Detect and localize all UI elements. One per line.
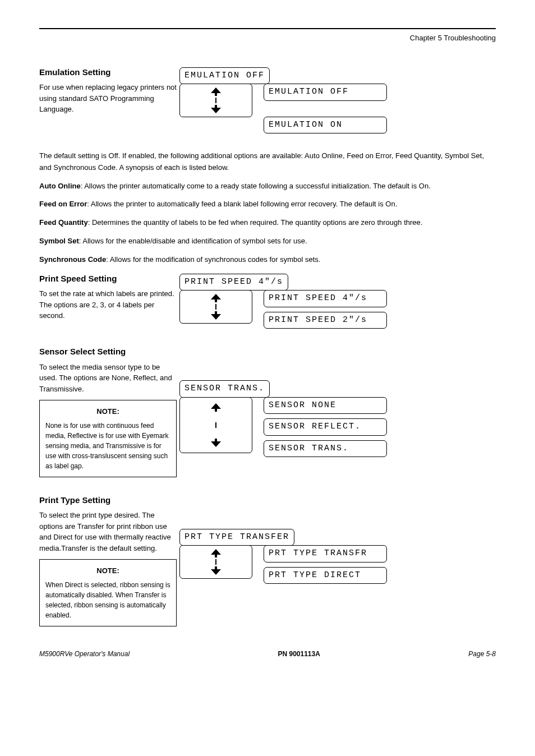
print-speed-title: Print Speed Setting <box>39 273 179 285</box>
vbar-icon <box>215 304 216 310</box>
lcd-emulation-on: EMULATION ON <box>264 117 387 134</box>
sync-label: Synchronous Code <box>39 255 106 264</box>
footer: M5900RVe Operator's Manual PN 9001113A P… <box>39 649 496 659</box>
lcd-printspeed-main: PRINT SPEED 4"/s <box>179 274 288 291</box>
feed-error-text: Allows the printer to automatically feed… <box>91 200 398 208</box>
section-sensor: Sensor Select Setting To select the medi… <box>39 345 496 477</box>
symbol-text: Allows for the enable/disable and identi… <box>82 237 307 245</box>
emulation-desc: For use when replacing legacy printers n… <box>39 82 179 115</box>
print-speed-desc: To set the rate at which labels are prin… <box>39 288 179 321</box>
arrow-panel <box>179 545 252 579</box>
chapter-title: Chapter 5 Troubleshooting <box>39 33 496 44</box>
lcd-prttype-main: PRT TYPE TRANSFER <box>179 529 294 546</box>
emulation-feed-error: Feed on Error: Allows the printer to aut… <box>39 199 496 210</box>
footer-left: M5900RVe Operator's Manual <box>39 649 130 659</box>
arrow-down-icon <box>211 569 221 575</box>
feed-error-label: Feed on Error <box>39 200 87 208</box>
arrow-panel <box>179 397 252 453</box>
print-type-note-text: When Direct is selected, ribbon sensing … <box>45 580 170 620</box>
lcd-prttype-transfer: PRT TYPE TRANSFR <box>264 545 387 563</box>
emulation-sync: Synchronous Code: Allows for the modific… <box>39 254 496 266</box>
symbol-label: Symbol Set <box>39 237 79 245</box>
footer-pn: PN 9001113A <box>278 649 320 659</box>
lcd-sensor-main: SENSOR TRANS. <box>179 380 270 398</box>
print-type-title: Print Type Setting <box>39 494 179 507</box>
arrow-up-icon <box>211 549 221 555</box>
vbar-icon <box>215 559 216 565</box>
lcd-prttype-direct: PRT TYPE DIRECT <box>264 567 387 584</box>
auto-online-text: Allows the printer automatically come to… <box>84 182 431 190</box>
vbar-icon <box>215 422 216 428</box>
sensor-title: Sensor Select Setting <box>39 345 179 358</box>
sync-text: Allows for the modification of synchrono… <box>110 255 321 264</box>
arrow-down-icon <box>211 441 221 447</box>
arrow-up-icon <box>211 403 221 409</box>
lcd-emulation-main: EMULATION OFF <box>179 67 270 85</box>
emulation-symbol: Symbol Set: Allows for the enable/disabl… <box>39 236 496 247</box>
lcd-emulation-off: EMULATION OFF <box>264 84 387 101</box>
section-print-speed: Print Speed Setting To set the rate at w… <box>39 273 496 329</box>
lcd-printspeed-4: PRINT SPEED 4"/s <box>264 290 387 307</box>
sensor-desc: To select the media sensor type to be us… <box>39 362 179 395</box>
feed-qty-text: Determines the quantity of labels to be … <box>92 218 422 227</box>
arrow-down-icon <box>211 108 221 113</box>
print-type-note-box: NOTE: When Direct is selected, ribbon se… <box>39 559 177 626</box>
print-type-desc: To select the print type desired. The op… <box>39 510 179 554</box>
vbar-icon <box>215 98 216 103</box>
arrow-panel <box>179 290 252 324</box>
sensor-note-text: None is for use with continuous feed med… <box>45 421 170 471</box>
emulation-feed-qty: Feed Quantity: Determines the quantity o… <box>39 217 496 229</box>
sensor-note-title: NOTE: <box>45 406 170 417</box>
auto-online-label: Auto Online <box>39 182 81 190</box>
print-type-note-title: NOTE: <box>45 565 170 577</box>
arrow-down-icon <box>211 314 221 320</box>
section-emulation: Emulation Setting For use when replacing… <box>39 66 496 134</box>
arrow-panel <box>179 84 252 117</box>
arrow-up-icon <box>211 294 221 299</box>
lcd-sensor-none: SENSOR NONE <box>264 397 387 414</box>
section-print-type: Print Type Setting To select the print t… <box>39 494 496 626</box>
emulation-title: Emulation Setting <box>39 66 179 79</box>
lcd-printspeed-2: PRINT SPEED 2"/s <box>264 312 387 329</box>
lcd-sensor-trans: SENSOR TRANS. <box>264 440 387 458</box>
emulation-note-pre: The default setting is Off. If enabled, … <box>39 150 496 174</box>
emulation-auto-online: Auto Online: Allows the printer automati… <box>39 181 496 192</box>
arrow-up-icon <box>211 87 221 93</box>
header-divider <box>39 28 496 29</box>
footer-page: Page 5-8 <box>468 649 496 659</box>
feed-qty-label: Feed Quantity <box>39 218 88 227</box>
lcd-sensor-reflect: SENSOR REFLECT. <box>264 418 387 436</box>
sensor-note-box: NOTE: None is for use with continuous fe… <box>39 400 177 477</box>
